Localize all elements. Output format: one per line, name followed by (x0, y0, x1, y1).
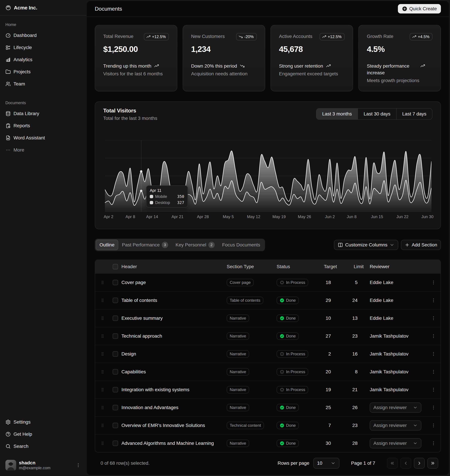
customize-columns-button[interactable]: Customize Columns (334, 240, 398, 250)
drag-handle[interactable] (95, 441, 110, 446)
range-option-last-30-days[interactable]: Last 30 days (358, 109, 396, 119)
last-page-button[interactable] (427, 458, 438, 469)
ellipsis-vertical-icon[interactable] (76, 463, 81, 468)
sidebar-item-analytics[interactable]: Analytics (3, 54, 84, 65)
row-checkbox[interactable] (110, 333, 121, 339)
row-limit[interactable]: 26 (339, 405, 366, 410)
sidebar-item-search[interactable]: Search (3, 441, 84, 452)
row-header[interactable]: Technical approach (121, 333, 225, 339)
row-checkbox[interactable] (110, 405, 121, 410)
status-badge: Done (277, 314, 299, 322)
row-target[interactable]: 25 (322, 405, 339, 410)
row-menu-button[interactable] (429, 385, 438, 395)
row-target[interactable]: 10 (322, 315, 339, 321)
row-menu-button[interactable] (429, 296, 438, 305)
row-header[interactable]: Table of contents (121, 298, 225, 303)
row-checkbox[interactable] (110, 351, 121, 357)
brand-button[interactable]: Acme Inc. (6, 2, 81, 13)
rows-per-page-select[interactable]: 10 (313, 458, 339, 469)
drag-handle[interactable] (95, 387, 110, 392)
add-section-button[interactable]: Add Section (401, 240, 441, 250)
row-header[interactable]: Overview of EMR's Innovative Solutions (121, 423, 225, 428)
plus-icon (405, 242, 410, 247)
sidebar-item-lifecycle[interactable]: Lifecycle (3, 42, 84, 53)
row-limit[interactable]: 13 (339, 315, 366, 321)
row-limit[interactable]: 16 (339, 351, 366, 357)
sidebar-item-team[interactable]: Team (3, 79, 84, 89)
row-checkbox[interactable] (110, 387, 121, 392)
row-checkbox[interactable] (110, 315, 121, 321)
tab-focus-documents[interactable]: Focus Documents (219, 240, 264, 250)
sidebar-item-data-library[interactable]: Data Library (3, 108, 84, 119)
sidebar-item-projects[interactable]: Projects (3, 66, 84, 77)
row-header[interactable]: Capabilities (121, 369, 225, 375)
row-menu-button[interactable] (429, 439, 438, 448)
tab-key-personnel[interactable]: Key Personnel2 (172, 240, 219, 250)
row-target[interactable]: 27 (322, 333, 339, 339)
row-header[interactable]: Design (121, 351, 225, 357)
row-checkbox[interactable] (110, 369, 121, 375)
row-limit[interactable]: 5 (339, 280, 366, 285)
row-checkbox[interactable] (110, 441, 121, 446)
row-target[interactable]: 2 (322, 351, 339, 357)
row-menu-button[interactable] (429, 367, 438, 377)
row-menu-button[interactable] (429, 313, 438, 323)
drag-handle[interactable] (95, 334, 110, 338)
sidebar-item-word-assistant[interactable]: Word Assistant (3, 133, 84, 143)
sidebar-item-reports[interactable]: Reports (3, 120, 84, 131)
drag-handle[interactable] (95, 423, 110, 428)
row-limit[interactable]: 28 (339, 441, 366, 446)
drag-handle[interactable] (95, 370, 110, 374)
row-header[interactable]: Executive summary (121, 315, 225, 321)
table-actions: Customize Columns Add Section (334, 240, 441, 250)
user-menu[interactable]: shadcn m@example.com (3, 457, 84, 473)
row-header[interactable]: Advanced Algorithms and Machine Learning (121, 441, 225, 446)
row-menu-button[interactable] (429, 278, 438, 287)
assign-reviewer-select[interactable]: Assign reviewer (370, 420, 421, 430)
drag-handle[interactable] (95, 298, 110, 303)
drag-handle[interactable] (95, 316, 110, 321)
row-menu-button[interactable] (429, 331, 438, 341)
quick-create-button[interactable]: Quick Create (398, 4, 441, 13)
row-target[interactable]: 20 (322, 369, 339, 375)
row-target[interactable]: 18 (322, 280, 339, 285)
drag-handle[interactable] (95, 352, 110, 356)
row-limit[interactable]: 21 (339, 387, 366, 392)
tab-outline[interactable]: Outline (96, 240, 118, 250)
row-target[interactable]: 7 (322, 423, 339, 428)
row-checkbox[interactable] (110, 280, 121, 285)
app-root: Acme Inc. HomeDashboardLifecycleAnalytic… (0, 0, 450, 476)
row-target[interactable]: 19 (322, 387, 339, 392)
sidebar-item-more[interactable]: More (3, 145, 84, 155)
range-option-last-3-months[interactable]: Last 3 months (316, 109, 358, 119)
assign-reviewer-select[interactable]: Assign reviewer (370, 438, 421, 448)
row-limit[interactable]: 8 (339, 369, 366, 375)
row-checkbox[interactable] (110, 298, 121, 303)
next-page-button[interactable] (414, 458, 425, 469)
row-limit[interactable]: 23 (339, 333, 366, 339)
drag-handle[interactable] (95, 405, 110, 410)
first-page-button[interactable] (387, 458, 398, 469)
select-all-checkbox[interactable] (110, 264, 121, 269)
assign-reviewer-select[interactable]: Assign reviewer (370, 402, 421, 413)
row-status: In Process (275, 386, 322, 393)
row-limit[interactable]: 23 (339, 423, 366, 428)
drag-handle[interactable] (95, 280, 110, 285)
sidebar-item-get-help[interactable]: Get Help (3, 429, 84, 440)
row-menu-button[interactable] (429, 403, 438, 412)
range-option-last-7-days[interactable]: Last 7 days (396, 109, 432, 119)
sidebar-group-label: Home (3, 19, 84, 30)
tab-past-performance[interactable]: Past Performance3 (118, 240, 172, 250)
row-header[interactable]: Cover page (121, 280, 225, 285)
prev-page-button[interactable] (400, 458, 411, 469)
row-header[interactable]: Innovation and Advantages (121, 405, 225, 410)
sidebar-item-settings[interactable]: Settings (3, 417, 84, 427)
row-checkbox[interactable] (110, 423, 121, 428)
row-limit[interactable]: 24 (339, 298, 366, 303)
row-menu-button[interactable] (429, 421, 438, 430)
row-header[interactable]: Integration with existing systems (121, 387, 225, 392)
sidebar-item-dashboard[interactable]: Dashboard (3, 30, 84, 41)
row-target[interactable]: 30 (322, 441, 339, 446)
row-target[interactable]: 29 (322, 298, 339, 303)
row-menu-button[interactable] (429, 349, 438, 359)
